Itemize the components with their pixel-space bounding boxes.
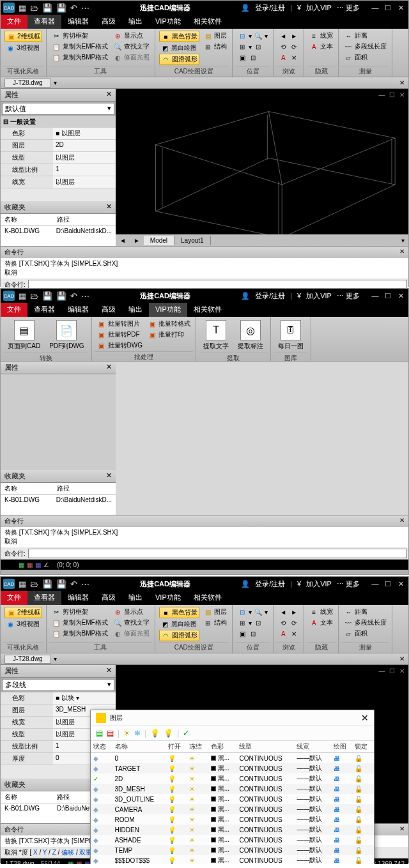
vip-link[interactable]: 加入VIP [306,3,332,13]
layer-row[interactable]: ◆CAMERA💡☀ 黑...CONTINUOUS——默认🖶🔓 [91,804,374,814]
batch-fmt[interactable]: ▣批量转格式 [146,319,192,329]
batch-pdf[interactable]: ▣批量转PDF [96,330,144,340]
layer-button[interactable]: ▤图层 [202,31,228,41]
mtab-next[interactable]: ► [130,237,144,244]
close-button[interactable]: ✕ [396,4,406,12]
qat-saveall-icon[interactable]: 💾 [56,3,66,13]
emf-button[interactable]: 📋复制为EMF格式 [50,42,110,52]
tab-editor[interactable]: 编辑器 [61,15,95,29]
layer-row[interactable]: ◆TEMP💡☀ 黑...CONTINUOUS——默认🖶🔓 [91,845,374,855]
qat-open-icon[interactable]: 🗁 [30,3,38,13]
canvas[interactable]: — ☐ ✕ ◄ ► Model Layout1 ▾ [116,89,408,246]
smooth-button[interactable]: ◐修面光照 [112,52,151,63]
app-logo: CAD [3,3,15,13]
ribbon-tabs: 文件 查看器 编辑器 高级 输出 VIP功能 相关软件 [1,15,408,29]
min-button[interactable]: — [370,4,380,12]
tb-bulb[interactable]: 💡 [150,729,160,738]
page-to-cad-button[interactable]: ▤页面到CAD [3,318,45,353]
batch-dwg[interactable]: ▣批量转DWG [96,340,144,351]
tab-model[interactable]: Model [144,236,174,245]
len-button[interactable]: 〰多段线长度 [343,42,388,52]
login-link[interactable]: 登录/注册 [255,3,285,13]
layer-icon [96,713,106,723]
fav-name[interactable]: K-B01.DWG [1,226,52,236]
tb-check[interactable]: ✓ [183,729,189,738]
app-logo: CAD [3,291,15,301]
layer-row[interactable]: ◆HIDDEN💡☀ 黑...CONTINUOUS——默认🖶🔓 [91,825,374,835]
max-button[interactable]: ☐ [383,4,393,12]
app-window-1: CAD ▦ 🗁 💾 💾 ↶ ⋯ 迅捷CAD编辑器 👤 登录/注册 | ¥ 加入V… [0,0,409,287]
tab-advanced[interactable]: 高级 [95,15,122,29]
tab-layout1[interactable]: Layout1 [174,236,211,245]
extract-text-button[interactable]: T提取文字 [199,318,233,353]
dock-close[interactable]: ✕ [399,79,405,86]
tab-vip[interactable]: VIP功能 [149,15,187,29]
find-button[interactable]: 🔍查找文字 [112,42,151,52]
layer-row[interactable]: ◆$$$DOT$$$💡☀ 黑...CONTINUOUS——默认🖶🔓 [91,855,374,864]
batch-print[interactable]: ▣批量打印 [146,330,192,340]
pdf-to-dwg-button[interactable]: 📄PDF到DWG [45,318,88,353]
layer-row[interactable]: ◆TARGET💡☀ 黑...CONTINUOUS——默认🖶🔓 [91,763,374,773]
group-hide: 隐藏 [307,66,336,77]
bmp-button[interactable]: 📋复制为BMP格式 [50,52,110,63]
wire2d-button[interactable]: ▣2维线框 [4,31,42,42]
layer-row[interactable]: ✓2D💡☀ 黑...CONTINUOUS——默认🖶🔓 [91,773,374,784]
qat-undo-icon[interactable]: ↶ [70,3,77,13]
more-link[interactable]: ⋯ 更多 [337,3,360,13]
br-3[interactable]: A✕ [277,52,300,63]
prop-dropdown[interactable]: 默认值▾ [2,103,114,115]
prop-close[interactable]: ✕ [106,90,112,100]
layer-toolbar: ▤ ▤ | ☀ ❄ | 💡 💡 | ✓ [91,726,374,741]
daily-button[interactable]: 🗓每日一图 [274,318,308,353]
pos-2[interactable]: ⊞▾ ⊡ [236,42,269,52]
layer-table: 状态名称打开冻结色彩线型线宽绘图锁定 ◆0💡☀ 黑...CONTINUOUS——… [91,741,374,864]
cmd-close[interactable]: ✕ [399,248,405,257]
tab-viewer[interactable]: 查看器 [27,15,61,29]
layer-row[interactable]: ◆0💡☀ 黑...CONTINUOUS——默认🖶🔓 [91,753,374,764]
dock-tab[interactable]: J-T28.dwg [4,79,51,88]
titlebar: CAD ▦🗁💾💾↶⋯ 迅捷CAD编辑器 👤登录/注册| ¥加入VIP ⋯ 更多 … [1,289,408,303]
fav-close[interactable]: ✕ [106,202,112,212]
qat-redo-icon[interactable]: ⋯ [81,3,89,13]
qat-new-icon[interactable]: ▦ [19,3,26,13]
text-button[interactable]: A文本 [308,42,334,52]
tb-bulb2[interactable]: 💡 [164,729,173,738]
tb-snow[interactable]: ❄ [134,729,141,738]
extract-mark-button[interactable]: ◎提取标注 [233,318,268,353]
dock-arrow[interactable]: ▾ [54,79,57,86]
prop-table: ⊟ 一般设置 色彩■ 以图层 图层2D 线型以图层 线型比例1 线宽以图层 [1,116,116,201]
br-1[interactable]: ◄► [277,31,300,41]
br-2[interactable]: ⟲⟳ [277,42,300,52]
layer-row[interactable]: ◆ROOM💡☀ 黑...CONTINUOUS——默认🖶🔓 [91,814,374,825]
disp-button[interactable]: ⊕显示点 [112,31,151,41]
lw-button[interactable]: ≡线宽 [308,31,334,41]
dist-button[interactable]: ↔距离 [343,31,388,41]
tab-file[interactable]: 文件 [1,15,27,29]
cut-button[interactable]: ✂剪切框架 [50,31,110,41]
struct-button[interactable]: ⊞结构 [202,42,228,52]
dlg-close[interactable]: ✕ [361,713,369,723]
bgblack-button[interactable]: ■黑色背景 [159,31,199,42]
qat-save-icon[interactable]: 💾 [42,3,52,13]
user-icon: 👤 [241,4,250,12]
cmd-input[interactable] [28,549,407,558]
view3d-button[interactable]: ◉3维视图 [4,43,42,53]
area-button[interactable]: ▱面积 [343,52,388,63]
prop-section[interactable]: ⊟ 一般设置 [1,116,116,128]
canvas-controls[interactable]: — ☐ ✕ [378,91,406,98]
pos-3[interactable]: ▣ ⊡ [236,52,269,63]
tb-sun[interactable]: ☀ [123,729,130,738]
blank-canvas[interactable] [116,362,408,515]
batch-img[interactable]: ▣批量转图片 [96,319,144,329]
tab-output[interactable]: 输出 [122,15,149,29]
mtab-prev[interactable]: ◄ [116,237,130,244]
tab-related[interactable]: 相关软件 [187,15,228,29]
layer-row[interactable]: ◆3D_OUTLINE💡☀ 黑...CONTINUOUS——默认🖶🔓 [91,794,374,804]
bw-button[interactable]: ◩黑白绘图 [159,43,199,53]
layer-row[interactable]: ◆ASHADE💡☀ 黑...CONTINUOUS——默认🖶🔓 [91,835,374,845]
pos-1[interactable]: ⊡▾ 🔍▾ [236,31,269,41]
tb-del[interactable]: ▤ [107,729,114,738]
tb-new[interactable]: ▤ [96,729,103,738]
arc-button[interactable]: ◠圆滑弧形 [159,54,199,65]
layer-row[interactable]: ◆3D_MESH💡☀ 黑...CONTINUOUS——默认🖶🔓 [91,784,374,794]
